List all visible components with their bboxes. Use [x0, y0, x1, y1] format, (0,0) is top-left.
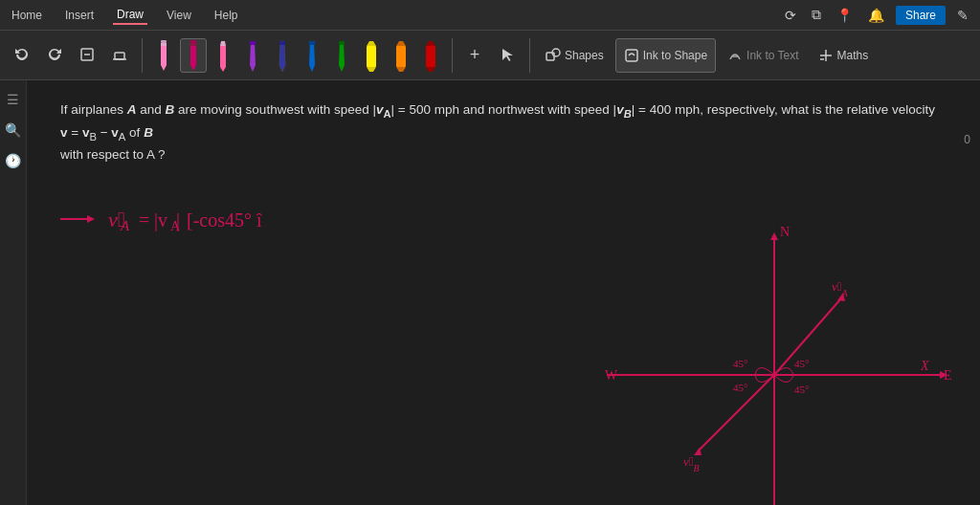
sync-icon[interactable]: ⟳ [781, 6, 800, 25]
pen-tool-3[interactable] [210, 38, 236, 73]
problem-text: If airplanes A and B are moving southwes… [60, 99, 942, 165]
titlebar: Home Insert Draw View Help ⟳ ⧉ 📍 🔔 Share… [0, 0, 980, 31]
svg-rect-19 [339, 41, 345, 45]
svg-rect-2 [115, 53, 124, 59]
pen-tool-5[interactable] [269, 38, 296, 73]
svg-text:X: X [920, 359, 929, 373]
pen-tool-1[interactable] [150, 38, 177, 73]
svg-marker-18 [339, 41, 345, 72]
svg-text:v⃗B: v⃗B [683, 454, 700, 473]
svg-rect-32 [626, 50, 637, 61]
share-button[interactable]: Share [896, 6, 946, 25]
share-box-icon[interactable]: ⧉ [808, 5, 825, 25]
svg-rect-26 [426, 46, 435, 67]
svg-rect-17 [309, 41, 315, 45]
separator-1 [142, 38, 143, 73]
pen-tool-10[interactable] [417, 38, 444, 73]
svg-marker-9 [190, 43, 196, 46]
nav-view[interactable]: View [163, 7, 195, 24]
location-icon[interactable]: 📍 [833, 6, 857, 25]
titlebar-actions: ⟳ ⧉ 📍 🔔 Share ✎ [781, 5, 972, 25]
maths-button[interactable]: Maths [811, 38, 877, 73]
svg-text:45°: 45° [794, 358, 809, 369]
svg-text:|: | [176, 209, 180, 231]
svg-marker-12 [250, 41, 256, 72]
svg-rect-23 [396, 46, 406, 67]
coordinate-diagram: X E W N S v⃗B v [588, 219, 961, 505]
svg-text:W: W [605, 368, 618, 383]
separator-2 [452, 38, 453, 73]
ink-to-text-button[interactable]: Ink to Text [720, 38, 806, 73]
svg-text:[-cos45° î: [-cos45° î [187, 209, 262, 231]
svg-text:N: N [780, 225, 790, 239]
ink-tools [150, 38, 444, 73]
cursor-button[interactable] [493, 34, 522, 77]
svg-marker-16 [309, 41, 315, 72]
shapes-button[interactable]: Shapes [538, 38, 612, 73]
svg-rect-15 [279, 41, 285, 45]
svg-rect-4 [161, 40, 167, 43]
svg-text:45°: 45° [794, 384, 809, 395]
pen-tool-6[interactable] [299, 38, 325, 73]
svg-text:45°: 45° [733, 358, 747, 369]
canvas-area[interactable]: If airplanes A and B are moving southwes… [27, 80, 980, 505]
pen-tool-2[interactable] [180, 38, 207, 73]
nav-help[interactable]: Help [211, 7, 242, 24]
bell-icon[interactable]: 🔔 [864, 6, 888, 25]
svg-text:A: A [120, 218, 130, 233]
nav-draw[interactable]: Draw [113, 6, 147, 25]
svg-rect-13 [250, 41, 256, 45]
svg-marker-27 [426, 41, 435, 46]
type-button[interactable] [73, 34, 101, 77]
separator-3 [529, 38, 530, 73]
page-number: 0 [964, 133, 970, 146]
svg-text:45°: 45° [733, 382, 747, 393]
nav-insert[interactable]: Insert [61, 7, 98, 24]
add-tool-button[interactable]: + [460, 34, 489, 77]
ink-to-shape-button[interactable]: Ink to Shape [615, 38, 716, 73]
problem-line2: with respect to A ? [60, 147, 166, 162]
svg-marker-22 [367, 67, 376, 72]
svg-marker-10 [220, 41, 226, 46]
svg-marker-28 [426, 67, 435, 72]
redo-button[interactable] [40, 34, 69, 77]
svg-rect-7 [190, 40, 196, 43]
svg-text:|v: |v [154, 209, 167, 231]
ribbon: + Shapes Ink to Shape Ink to Text Maths [0, 31, 980, 80]
svg-text:v⃗A: v⃗A [832, 279, 849, 298]
pen-tool-7[interactable] [328, 38, 355, 73]
svg-marker-6 [161, 43, 167, 46]
edit-icon[interactable]: ✎ [953, 6, 972, 25]
sidebar-history-icon[interactable]: 🕐 [1, 149, 25, 172]
svg-marker-37 [87, 215, 95, 223]
nav-home[interactable]: Home [8, 7, 46, 24]
svg-rect-20 [367, 46, 376, 67]
pen-tool-8[interactable] [358, 38, 385, 73]
svg-marker-8 [190, 43, 196, 71]
sidebar-search-icon[interactable]: 🔍 [1, 119, 25, 142]
handwritten-formula: v⃗ A = |v A | [-cos45° î [51, 190, 347, 252]
undo-button[interactable] [8, 34, 36, 77]
svg-text:E: E [944, 368, 952, 383]
titlebar-nav: Home Insert Draw View Help [8, 6, 242, 25]
sidebar-menu-icon[interactable]: ☰ [3, 88, 23, 111]
pen-tool-9[interactable] [388, 38, 414, 73]
sidebar: ☰ 🔍 🕐 [0, 80, 27, 505]
svg-marker-48 [770, 232, 778, 240]
svg-marker-14 [279, 41, 285, 72]
svg-text:=: = [139, 209, 149, 231]
svg-marker-21 [367, 41, 376, 46]
svg-marker-29 [502, 49, 513, 61]
svg-marker-11 [220, 46, 226, 72]
svg-marker-5 [161, 43, 167, 71]
svg-marker-25 [396, 67, 406, 72]
pen-tool-4[interactable] [239, 38, 266, 73]
svg-marker-24 [396, 41, 406, 46]
main-area: ☰ 🔍 🕐 If airplanes A and B are moving so… [0, 80, 980, 505]
eraser-button[interactable] [105, 34, 134, 77]
